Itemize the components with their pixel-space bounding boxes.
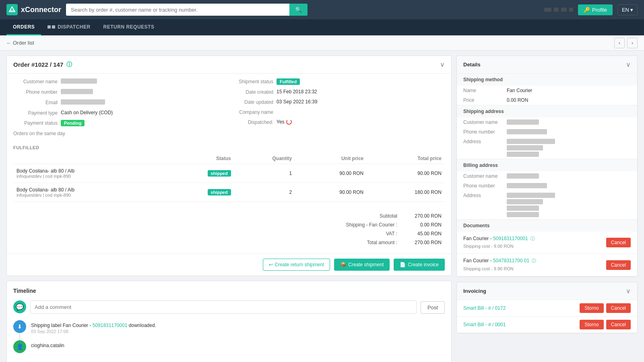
field-company-name: Company name xyxy=(229,109,445,115)
table-row: Body Cosilana- alb 80 / Alb infoquestdev… xyxy=(13,183,445,202)
logo-text: xConnector xyxy=(21,6,61,14)
invoice-link-2[interactable]: Smart Bill - # / 0001 xyxy=(463,322,506,327)
nav-dispatcher[interactable]: DISPATCHER xyxy=(41,19,97,35)
nav-icon-1 xyxy=(544,8,551,12)
field-payment-type: Payment type Cash on Delivery (COD) xyxy=(13,110,229,116)
dispatcher-icon xyxy=(47,25,55,29)
collapse-details-button[interactable]: ∨ xyxy=(626,61,631,68)
field-email: Email xyxy=(13,99,229,106)
field-orders-same-day: Orders on the same day xyxy=(13,130,229,136)
total-vat: VAT : 45.00 RON xyxy=(13,229,445,238)
col-status: Status xyxy=(164,153,234,164)
main-layout: Order #1022 / 147 ⓘ ∨ Customer name Phon… xyxy=(0,51,644,362)
prev-arrow[interactable]: ‹ xyxy=(614,38,625,48)
total-shipping: Shipping - Fan Courier : 0.00 RON xyxy=(13,220,445,229)
user-icon: 👤 xyxy=(13,340,26,353)
doc-info-icon: ⓘ xyxy=(530,236,535,241)
collapse-order-button[interactable]: ∨ xyxy=(440,61,445,68)
create-return-shipment-button[interactable]: ↩ Create return shipment xyxy=(263,259,330,271)
invoice-item-1: Smart Bill - # / 0172 Storno Cancel xyxy=(457,300,637,317)
documents-section: Documents Fan Courier - 5091831170001 ⓘ … xyxy=(457,220,637,277)
total-amount: Total amount : 270.00 RON xyxy=(13,238,445,247)
search-input[interactable] xyxy=(66,4,289,16)
return-icon: ↩ xyxy=(269,262,273,267)
order-title: Order #1022 / 147 xyxy=(13,61,63,68)
field-bill-address: Address xyxy=(457,191,637,219)
cancel-doc-1-button[interactable]: Cancel xyxy=(606,238,631,247)
download-icon: ⬇ xyxy=(13,320,26,333)
field-date-updated: Date updated 03 Sep 2022 16:39 xyxy=(229,99,445,105)
next-arrow[interactable]: › xyxy=(627,38,638,48)
nav-icon-2 xyxy=(554,8,559,12)
search-bar: 🔍 xyxy=(66,4,308,16)
table-row: Body Cosilana- alb 80 / Alb infoquestdev… xyxy=(13,164,445,183)
items-table: Status Quantity Unit price Total price B… xyxy=(13,153,445,202)
timeline-items: ⬇ Shipping label Fan Courier - 509183117… xyxy=(13,320,445,360)
profile-button[interactable]: 🔑 Profile xyxy=(578,4,613,15)
doc-link-2[interactable]: 50478311700 01 xyxy=(493,258,529,263)
col-unit-price: Unit price xyxy=(295,153,367,164)
invoice-link-1[interactable]: Smart Bill - # / 0172 xyxy=(463,305,506,311)
invoice-item-2: Smart Bill - # / 0001 Storno Cancel xyxy=(457,317,637,333)
items-section: FULFILLED Status Quantity Unit price Tot… xyxy=(7,145,451,208)
cancel-doc-2-button[interactable]: Cancel xyxy=(606,260,631,270)
totals-section: Subtotal 270.00 RON Shipping - Fan Couri… xyxy=(7,208,451,253)
shipping-method-section: Shipping method Name Fan Courier Price 0… xyxy=(457,74,637,105)
breadcrumb-order-list[interactable]: Order list xyxy=(6,40,34,46)
timeline-title: Timeline xyxy=(13,288,445,294)
document-item: Fan Courier - 5091831170001 ⓘ Shipping c… xyxy=(457,232,637,254)
storno-invoice-1-button[interactable]: Storno xyxy=(580,303,603,313)
comment-input[interactable] xyxy=(30,300,417,314)
svg-marker-0 xyxy=(9,7,15,12)
col-total-price: Total price xyxy=(367,153,445,164)
document-item: Fan Courier - 50478311700 01 ⓘ Shipping … xyxy=(457,254,637,276)
field-shipping-name: Name Fan Courier xyxy=(457,86,637,95)
cancel-invoice-1-button[interactable]: Cancel xyxy=(606,303,631,313)
cancel-invoice-2-button[interactable]: Cancel xyxy=(606,320,631,329)
order-card: Order #1022 / 147 ⓘ ∨ Customer name Phon… xyxy=(6,56,452,276)
logo-icon xyxy=(6,4,18,15)
field-customer-name: Customer name xyxy=(13,78,229,85)
timeline-card: Timeline 💬 Post ⬇ Shipping label Fan Cou… xyxy=(6,281,452,362)
tracking-link-1[interactable]: 5091831170001 xyxy=(93,323,128,328)
nav-orders[interactable]: ORDERS xyxy=(6,19,41,35)
chevron-down-icon: ▾ xyxy=(630,7,633,13)
field-date-created: Date created 15 Feb 2018 23:32 xyxy=(229,89,445,95)
shipping-address-section: Shipping address Customer name Phone num… xyxy=(457,105,637,159)
top-navigation: xConnector 🔍 🔑 Profile EN ▾ xyxy=(0,0,644,19)
comment-box: 💬 Post xyxy=(13,300,445,314)
doc-link-1[interactable]: 5091831170001 xyxy=(493,236,528,241)
sidebar: Details ∨ Shipping method Name Fan Couri… xyxy=(456,56,638,362)
create-shipment-button[interactable]: 📦 Create shipment xyxy=(334,259,390,271)
order-right-fields: Shipment status Fulfilled Date created 1… xyxy=(229,78,445,140)
field-ship-address: Address xyxy=(457,137,637,159)
details-card: Details ∨ Shipping method Name Fan Couri… xyxy=(456,56,638,277)
post-button[interactable]: Post xyxy=(421,301,445,314)
info-icon: ⓘ xyxy=(66,61,72,68)
field-bill-customer-name: Customer name xyxy=(457,171,637,181)
invoicing-card: Invoicing ∨ Smart Bill - # / 0172 Storno… xyxy=(456,282,638,333)
main-content: Order #1022 / 147 ⓘ ∨ Customer name Phon… xyxy=(6,56,452,362)
create-invoice-button[interactable]: 📄 Create invoice xyxy=(394,259,445,271)
search-button[interactable]: 🔍 xyxy=(289,4,308,16)
action-buttons: ↩ Create return shipment 📦 Create shipme… xyxy=(7,253,451,276)
sub-navigation: ORDERS DISPATCHER RETURN REQUESTS xyxy=(0,19,644,35)
col-item xyxy=(13,153,164,164)
field-ship-phone: Phone number xyxy=(457,127,637,137)
nav-icon-4 xyxy=(569,8,573,12)
field-bill-phone: Phone number xyxy=(457,181,637,191)
field-dispatched: Dispatched: Yes xyxy=(229,119,445,125)
order-left-fields: Customer name Phone number Email xyxy=(13,78,229,140)
details-header: Details ∨ xyxy=(457,56,637,74)
shipment-icon: 📦 xyxy=(340,262,346,267)
field-shipment-status: Shipment status Fulfilled xyxy=(229,78,445,85)
comment-avatar: 💬 xyxy=(13,300,26,313)
logo[interactable]: xConnector xyxy=(6,4,61,15)
invoice-icon: 📄 xyxy=(400,262,406,267)
storno-invoice-2-button[interactable]: Storno xyxy=(580,320,603,329)
collapse-invoicing-button[interactable]: ∨ xyxy=(626,287,631,295)
invoicing-header: Invoicing ∨ xyxy=(457,282,637,300)
nav-return-requests[interactable]: RETURN REQUESTS xyxy=(97,19,161,35)
language-button[interactable]: EN ▾ xyxy=(617,4,638,15)
nav-arrows: ‹ › xyxy=(614,38,638,48)
